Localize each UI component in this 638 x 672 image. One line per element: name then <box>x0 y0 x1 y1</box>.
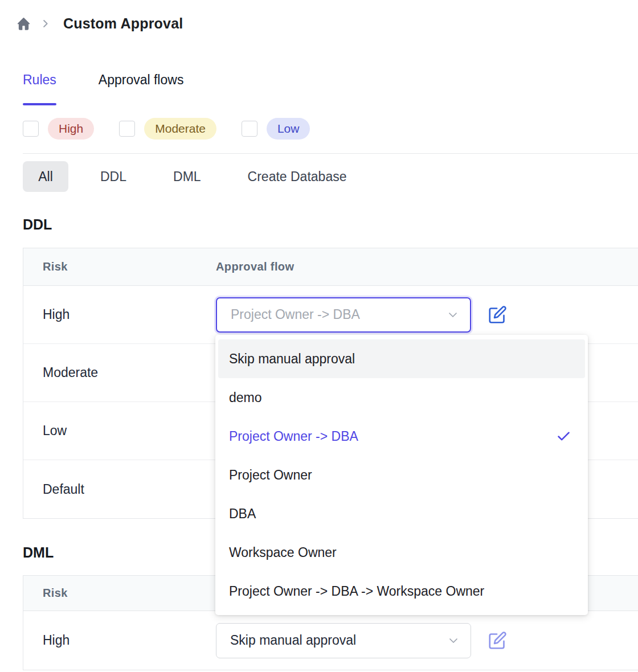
ddl-high-edit-flow-button[interactable] <box>486 304 508 326</box>
edit-pencil-square-icon <box>488 631 507 650</box>
ddl-risk-column-header: Risk <box>23 260 216 273</box>
ddl-high-approval-flow-select[interactable]: Project Owner -> DBA <box>216 297 471 333</box>
dropdown-item[interactable]: Project Owner -> DBA -> Workspace Owner <box>218 572 585 610</box>
dml-risk-column-header: Risk <box>23 587 216 600</box>
risk-cell: High <box>23 307 216 322</box>
dropdown-item-label: DBA <box>229 506 256 522</box>
top-tabs: Rules Approval flows <box>23 72 638 88</box>
dml-high-approval-flow-select[interactable]: Skip manual approval <box>216 623 471 658</box>
ddl-section-title: DDL <box>23 216 638 233</box>
dropdown-item-label: Skip manual approval <box>229 351 355 367</box>
tab-rules[interactable]: Rules <box>23 72 56 88</box>
high-checkbox[interactable] <box>23 121 39 137</box>
page-title: Custom Approval <box>63 15 183 32</box>
category-tab-create-database[interactable]: Create Database <box>233 169 362 185</box>
table-row: High Skip manual approval <box>23 611 638 670</box>
approval-flow-cell: Skip manual approval <box>216 623 508 658</box>
risk-cell: Moderate <box>23 365 216 380</box>
dropdown-item-label: Project Owner -> DBA <box>229 429 358 444</box>
ddl-table-header: Risk Approval flow <box>23 248 638 286</box>
dml-high-edit-flow-button[interactable] <box>486 630 508 651</box>
risk-cell: High <box>23 633 216 648</box>
dropdown-item-selected[interactable]: Project Owner -> DBA <box>218 417 585 456</box>
moderate-checkbox[interactable] <box>119 121 135 137</box>
filters-divider <box>23 153 638 154</box>
low-checkbox[interactable] <box>242 121 257 137</box>
category-tab-dml[interactable]: DML <box>158 169 216 185</box>
ddl-approval-flow-column-header: Approval flow <box>216 260 294 273</box>
chevron-down-icon <box>447 634 460 648</box>
dropdown-item[interactable]: Skip manual approval <box>218 339 585 378</box>
edit-pencil-square-icon <box>488 305 507 324</box>
breadcrumb: Custom Approval <box>0 0 638 32</box>
risk-filters: High Moderate Low <box>23 118 638 140</box>
dropdown-item[interactable]: demo <box>218 378 585 417</box>
chevron-right-icon <box>40 18 51 29</box>
dropdown-item[interactable]: Workspace Owner <box>218 533 585 572</box>
approval-flow-dropdown-menu: Skip manual approval demo Project Owner … <box>215 335 588 615</box>
low-badge[interactable]: Low <box>267 118 310 140</box>
select-value: Skip manual approval <box>216 633 356 648</box>
approval-flow-cell: Project Owner -> DBA <box>216 297 508 333</box>
filter-moderate[interactable]: Moderate <box>119 118 216 140</box>
dropdown-item[interactable]: DBA <box>218 494 585 533</box>
category-tab-ddl[interactable]: DDL <box>85 169 141 185</box>
check-icon <box>556 429 571 444</box>
risk-cell: Low <box>23 423 216 439</box>
filter-high[interactable]: High <box>23 118 94 140</box>
filter-low[interactable]: Low <box>242 118 310 140</box>
risk-cell: Default <box>23 482 216 497</box>
chevron-down-icon <box>446 308 460 322</box>
dropdown-item-label: Project Owner -> DBA -> Workspace Owner <box>229 584 484 599</box>
home-icon[interactable] <box>16 16 31 31</box>
custom-approval-page: Custom Approval Rules Approval flows Hig… <box>0 0 638 672</box>
tab-approval-flows[interactable]: Approval flows <box>99 72 184 88</box>
dropdown-item-label: Workspace Owner <box>229 545 337 560</box>
select-value: Project Owner -> DBA <box>217 307 360 322</box>
category-tab-all[interactable]: All <box>23 161 68 192</box>
dropdown-item-label: Project Owner <box>229 468 312 483</box>
dropdown-item-label: demo <box>229 390 262 405</box>
high-badge[interactable]: High <box>48 118 94 140</box>
moderate-badge[interactable]: Moderate <box>144 118 216 140</box>
category-tabs: All DDL DML Create Database <box>23 161 638 192</box>
dropdown-item[interactable]: Project Owner <box>218 456 585 494</box>
